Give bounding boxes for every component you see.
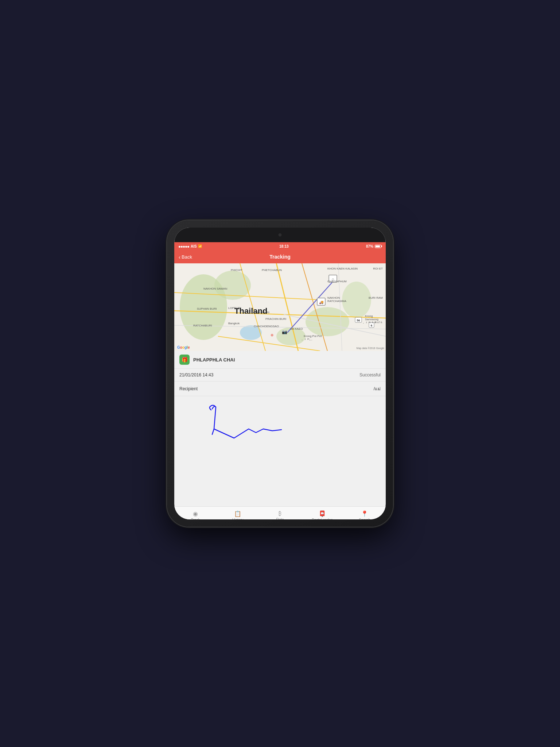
- tab-postal-label: Postal codes: [312, 518, 332, 520]
- tab-track[interactable]: ◉ Track: [174, 510, 217, 520]
- screen-content: ⌂ 🚚 📷 ⊕ 56 6: [174, 263, 386, 506]
- map-label-prachin-buri: PRACHIN BURI: [265, 317, 286, 321]
- tab-bar: ◉ Track 📋 History ₿ Rate 📮 Postal codes …: [174, 506, 386, 519]
- tab-history[interactable]: 📋 History: [217, 510, 259, 520]
- package-icon: 🎁: [179, 355, 190, 365]
- map-label-thailand: Thailand: [234, 306, 267, 316]
- svg-point-4: [342, 282, 371, 318]
- map-container: ⌂ 🚚 📷 ⊕ 56 6: [174, 263, 386, 351]
- map-label-suphan-buri: SUPHAN BURI: [197, 307, 217, 310]
- top-bezel: [174, 228, 386, 242]
- map-label-nakhon-ratchasima: NAKHONRATCHASIMA: [327, 296, 346, 303]
- status-left: AIS 📶: [179, 244, 202, 248]
- google-logo: Google: [177, 345, 190, 349]
- svg-point-3: [306, 307, 349, 336]
- battery-percent: 87%: [366, 244, 373, 248]
- map-label-ratchaburi: RATCHABURI: [193, 324, 212, 327]
- map-label-krong-samraong: KrongSamraongក្រុងសំរោង: [365, 314, 383, 324]
- back-label: Back: [182, 254, 192, 260]
- package-row: 🎁 PHLAPPHLA CHAI: [174, 351, 386, 369]
- map-label-sa-kaeo: SA KAEO: [290, 327, 303, 330]
- delivery-datetime: 21/01/2016 14:43: [179, 372, 359, 378]
- map-label-chaiyaphum: CHAIYAPHUM: [327, 280, 347, 283]
- map-label-phichit: PHICHIT: [231, 268, 242, 272]
- svg-text:⊕: ⊕: [271, 333, 273, 337]
- camera: [279, 233, 281, 236]
- tab-rate-label: Rate: [276, 518, 284, 519]
- map-label-chachoengsao: CHACHOENGSAO: [254, 325, 279, 328]
- time-display: 18:13: [279, 244, 289, 248]
- rate-icon: ₿: [279, 510, 281, 517]
- tab-history-label: History: [232, 518, 243, 520]
- postal-icon: 📮: [319, 510, 326, 517]
- map-copyright: Map data ©2016 Google: [357, 347, 384, 349]
- status-right: 87%: [366, 244, 381, 248]
- search-icon: 📍: [361, 510, 368, 517]
- map-label-nakhon-sawan: NAKHON SAWAN: [203, 287, 227, 290]
- carrier-label: AIS: [191, 244, 197, 248]
- tab-track-label: Track: [191, 518, 200, 520]
- map-label-bangkok: Bangkok: [228, 322, 240, 325]
- signature-svg: [179, 400, 289, 444]
- package-emoji: 🎁: [182, 357, 188, 363]
- status-bar: AIS 📶 18:13 87%: [174, 242, 386, 250]
- signal-dots: [179, 244, 190, 248]
- navigation-bar: ‹ Back Tracking: [174, 250, 386, 263]
- map-label-krong-poi-pet: Krong Poi Petក្រុ...: [304, 334, 322, 341]
- delivery-status: Successful: [359, 372, 381, 378]
- battery-fill: [376, 245, 380, 247]
- map-background: ⌂ 🚚 📷 ⊕ 56 6: [174, 263, 386, 351]
- wifi-icon: 📶: [198, 244, 202, 248]
- tab-rate[interactable]: ₿ Rate: [259, 510, 301, 519]
- nav-title: Tracking: [269, 254, 291, 260]
- recipient-label: Recipient: [179, 386, 374, 391]
- map-label-khon-kaen: KHON KAEN KALASIN: [327, 267, 358, 270]
- svg-text:📷: 📷: [282, 329, 287, 334]
- svg-text:🚚: 🚚: [319, 300, 324, 305]
- package-name: PHLAPPHLA CHAI: [193, 357, 235, 363]
- device-frame: AIS 📶 18:13 87% ‹ Back Tracking: [167, 220, 393, 527]
- map-label-phetchabun: PHETCHABUN: [262, 268, 282, 272]
- recipient-value: /แม่: [374, 385, 381, 392]
- back-button[interactable]: ‹ Back: [179, 254, 192, 260]
- track-icon: ◉: [193, 510, 198, 517]
- map-label-buri-ram: BURI RAM: [369, 296, 383, 299]
- battery-bar: [375, 245, 381, 248]
- tab-search-label: Search: [359, 518, 370, 520]
- back-chevron-icon: ‹: [179, 254, 180, 260]
- svg-text:6: 6: [371, 324, 373, 327]
- tab-postal[interactable]: 📮 Postal codes: [301, 510, 343, 520]
- map-label-roi-et: ROI ET: [373, 267, 383, 270]
- history-icon: 📋: [234, 510, 241, 517]
- signature-area: [174, 396, 386, 452]
- svg-text:56: 56: [357, 319, 360, 322]
- device-screen: AIS 📶 18:13 87% ‹ Back Tracking: [174, 228, 386, 519]
- recipient-row: Recipient /แม่: [174, 382, 386, 396]
- delivery-datetime-row: 21/01/2016 14:43 Successful: [174, 369, 386, 382]
- tab-search[interactable]: 📍 Search: [343, 510, 386, 520]
